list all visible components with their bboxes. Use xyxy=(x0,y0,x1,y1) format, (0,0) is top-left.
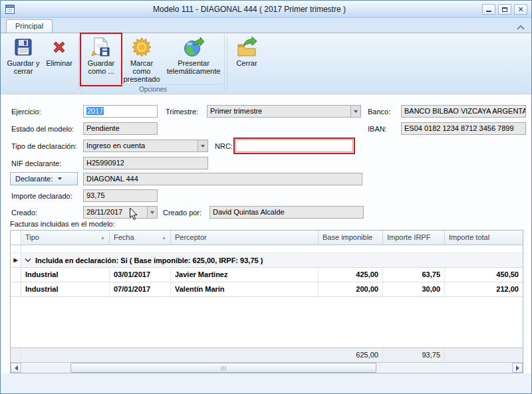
horizontal-scrollbar[interactable] xyxy=(11,362,523,373)
window-title: Modelo 111 - DIAGONAL 444 ( 2017 Primer … xyxy=(27,1,471,18)
banco-field[interactable]: BANCO BILBAO VIZCAYA ARGENTARIA xyxy=(401,105,526,118)
cell-fecha[interactable]: 03/01/2017 xyxy=(110,268,171,282)
scrollbar-grip-icon xyxy=(221,366,226,371)
importe-declarado-label: Importe declarado: xyxy=(11,192,72,200)
minimize-icon xyxy=(486,7,491,12)
column-header-perceptor[interactable]: Perceptor xyxy=(171,231,319,245)
cell-fecha[interactable]: 07/01/2017 xyxy=(110,282,171,296)
minimize-button[interactable] xyxy=(482,4,495,15)
ribbon-separator xyxy=(78,37,79,91)
window-icon xyxy=(5,4,15,15)
ribbon-tabstrip: Principal xyxy=(1,18,531,33)
creado-label: Creado: xyxy=(11,209,37,217)
marcar-presentado-button[interactable]: Marcar como presentado xyxy=(120,35,163,84)
grid-group-row[interactable]: ▶ Incluida en declaración: Si ( Base imp… xyxy=(11,253,523,268)
close-icon: ✕ xyxy=(517,6,523,13)
column-header-fecha[interactable]: Fecha▲ xyxy=(110,231,171,245)
creado-date-dropdown[interactable]: 28/11/2017 xyxy=(83,206,158,219)
cell-importe-total[interactable]: 212,00 xyxy=(445,282,523,296)
row-indicator-header xyxy=(11,231,21,245)
column-header-importe-irpf[interactable]: Importe IRPF xyxy=(383,231,445,245)
declarante-selector-button[interactable]: Declarante: xyxy=(10,172,78,185)
nrc-field[interactable] xyxy=(235,140,353,152)
chevron-down-icon[interactable] xyxy=(147,207,157,218)
column-header-base-imponible[interactable]: Base imponible xyxy=(319,231,383,245)
row-indicator-cell xyxy=(11,245,21,252)
iban-field[interactable]: ES04 0182 1234 8712 3456 7899 xyxy=(401,122,526,135)
grid-row-2[interactable]: Industrial 07/01/2017 Valentín Marín 200… xyxy=(11,282,523,297)
estado-modelo-value: Pendiente xyxy=(86,124,120,132)
cell-perceptor[interactable]: Javier Martinez xyxy=(171,268,319,282)
trimestre-label: Trimestre: xyxy=(166,108,198,116)
mouse-cursor xyxy=(129,207,138,221)
current-row-indicator-icon: ▶ xyxy=(11,253,21,267)
guardar-y-cerrar-label: Guardar y cerrar xyxy=(5,59,42,75)
scroll-right-arrow[interactable] xyxy=(512,363,523,373)
banco-label: Banco: xyxy=(368,108,390,116)
grid-filler-row xyxy=(11,245,523,253)
column-header-importe-total[interactable]: Importe total xyxy=(445,231,523,245)
chevron-down-icon[interactable] xyxy=(198,140,207,151)
scrollbar-thumb[interactable] xyxy=(70,363,376,373)
cell-tipo[interactable]: Industrial xyxy=(21,282,110,296)
creado-por-field[interactable]: David Quintas Alcalde xyxy=(209,206,364,219)
chevron-down-icon[interactable] xyxy=(350,106,360,117)
cell-importe-irpf[interactable]: 63,75 xyxy=(383,268,445,282)
row-indicator-cell xyxy=(11,268,21,282)
window-bottom-strip xyxy=(1,373,531,393)
importe-declarado-field[interactable]: 93,75 xyxy=(83,189,158,202)
ejercicio-value: 2017 xyxy=(86,107,104,115)
ribbon-collapse-button[interactable] xyxy=(516,22,525,29)
grid-row-1[interactable]: Industrial 03/01/2017 Javier Martinez 42… xyxy=(11,268,523,282)
importe-declarado-value: 93,75 xyxy=(86,191,105,199)
grid-empty-area xyxy=(11,297,523,347)
presentar-telematicamente-button[interactable]: Presentar telemáticamente xyxy=(163,35,224,84)
ribbon-group-left: Guardar y cerrar Eliminar xyxy=(5,35,76,94)
facturas-incluidas-label: Facturas incluidas en el modelo: xyxy=(10,220,115,228)
tipo-declaracion-dropdown[interactable]: Ingreso en cuenta xyxy=(83,140,208,152)
scroll-left-arrow[interactable] xyxy=(11,363,21,373)
guardar-como-label: Guardar como ... xyxy=(82,59,120,75)
ejercicio-field[interactable]: 2017 xyxy=(83,105,158,118)
cell-importe-irpf[interactable]: 30,00 xyxy=(383,282,445,296)
seal-badge-icon xyxy=(131,37,152,58)
cell-importe-total[interactable]: 450,50 xyxy=(445,268,523,282)
cell-tipo[interactable]: Industrial xyxy=(21,268,110,282)
eliminar-button[interactable]: Eliminar xyxy=(42,35,76,84)
column-header-tipo[interactable]: Tipo▲ xyxy=(21,231,110,245)
delete-x-icon xyxy=(49,37,70,58)
grid-header-row: Tipo▲ Fecha▲ Perceptor Base imponible Im… xyxy=(11,231,523,245)
creado-value: 28/11/2017 xyxy=(86,208,122,216)
row-indicator-cell xyxy=(11,282,21,296)
estado-modelo-field[interactable]: Pendiente xyxy=(83,122,158,135)
declarante-field[interactable]: DIAGONAL 444 xyxy=(83,173,362,185)
cerrar-button[interactable]: Cerrar xyxy=(229,35,264,84)
marcar-presentado-label: Marcar como presentado xyxy=(120,59,163,83)
collapse-chevron-icon[interactable] xyxy=(25,258,31,262)
ribbon-group-right: Cerrar xyxy=(229,35,264,94)
total-base-imponible: 625,00 xyxy=(319,348,383,362)
total-importe-irpf: 93,75 xyxy=(383,348,445,362)
tipo-declaracion-label: Tipo de declaración: xyxy=(11,142,77,150)
declarante-value: DIAGONAL 444 xyxy=(86,175,138,183)
cerrar-label: Cerrar xyxy=(236,59,257,67)
cell-perceptor[interactable]: Valentín Marín xyxy=(171,282,319,296)
iban-value: ES04 0182 1234 8712 3456 7899 xyxy=(404,124,514,132)
trimestre-dropdown[interactable]: Primer trimestre xyxy=(207,105,361,118)
nrc-label: NRC: xyxy=(215,142,233,150)
ribbon-group-opciones: Guardar como ... Marcar como presentado xyxy=(81,35,225,94)
tipo-declaracion-value: Ingreso en cuenta xyxy=(86,142,145,149)
sort-asc-icon: ▲ xyxy=(100,231,105,245)
maximize-icon xyxy=(502,7,507,12)
trimestre-value: Primer trimestre xyxy=(210,107,262,115)
cell-base-imponible[interactable]: 425,00 xyxy=(319,268,383,282)
cell-base-imponible[interactable]: 200,00 xyxy=(319,282,383,296)
declarante-button-label: Declarante: xyxy=(15,175,53,183)
maximize-button[interactable] xyxy=(498,4,511,15)
ribbon-group-label-opciones: Opciones xyxy=(82,84,224,94)
tab-principal[interactable]: Principal xyxy=(6,19,53,33)
nif-declarante-field[interactable]: H25990912 xyxy=(83,157,208,169)
close-button[interactable]: ✕ xyxy=(514,4,527,15)
guardar-y-cerrar-button[interactable]: Guardar y cerrar xyxy=(5,35,42,84)
guardar-como-button[interactable]: Guardar como ... xyxy=(82,35,120,84)
